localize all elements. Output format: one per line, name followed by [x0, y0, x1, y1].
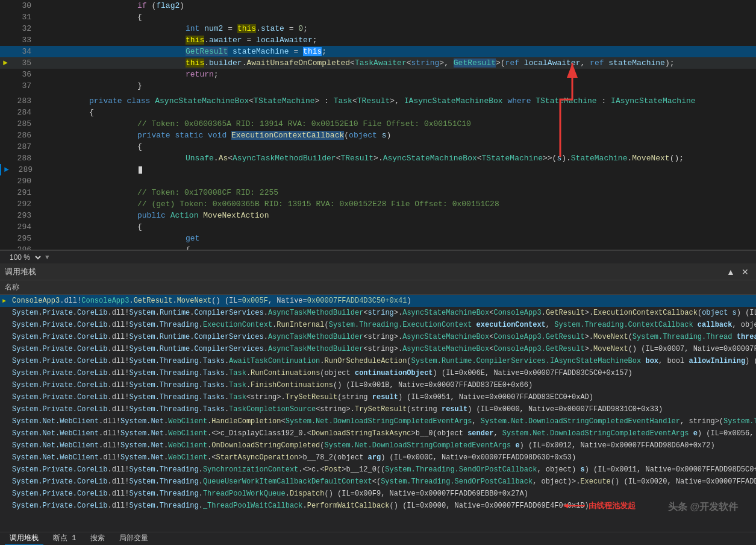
- line-content-289: [37, 165, 756, 174]
- callstack-item-8[interactable]: System.Private.CoreLib.dll!System.Thread…: [0, 379, 756, 391]
- line-num-35: 35: [11, 58, 36, 68]
- panel-title: 调用堆栈: [5, 266, 36, 277]
- bottom-tab-search[interactable]: 搜索: [86, 532, 110, 545]
- line-content-296: {: [36, 245, 756, 250]
- callstack-item-16[interactable]: System.Private.CoreLib.dll!System.Thread…: [0, 476, 756, 488]
- line-num-296: 296: [11, 245, 36, 250]
- line-content-285: // Token: 0x0600365A RID: 13914 RVA: 0x0…: [36, 119, 756, 128]
- callstack-item-3[interactable]: System.Private.CoreLib.dll!System.Thread…: [0, 319, 756, 331]
- code-line-288: 288 Unsafe.As<AsyncTaskMethodBuilder<TRe…: [0, 153, 756, 164]
- line-content-37: }: [36, 81, 756, 90]
- code-line-291: 291 // Token: 0x170008CF RID: 2255: [0, 187, 756, 198]
- svg-marker-2: [563, 503, 568, 508]
- line-num-33: 33: [11, 36, 36, 45]
- callstack-item-12[interactable]: System.Net.WebClient.dll!System.Net.WebC…: [0, 427, 756, 439]
- code-line-287: 287 {: [0, 141, 756, 153]
- bottom-tab-locals[interactable]: 局部变量: [114, 532, 153, 545]
- code-line-284: 284 {: [0, 107, 756, 118]
- panel-close-btn[interactable]: ✕: [739, 266, 751, 278]
- scrollbar-row: 100 % 75 % 125 % ▼: [0, 250, 756, 263]
- bottom-tabs: 调用堆栈 断点 1 搜索 局部变量: [0, 532, 756, 545]
- code-line-292: 292 // (get) Token: 0x0600365B RID: 1391…: [0, 198, 756, 210]
- code-line-295: 295 get: [0, 233, 756, 244]
- line-content-30: if (flag2): [36, 1, 756, 10]
- line-num-30: 30: [11, 1, 36, 10]
- zoom-select[interactable]: 100 % 75 % 125 %: [5, 252, 43, 263]
- code-line-36: 36 return;: [0, 69, 756, 80]
- code-line-35: ► 35 this.builder.AwaitUnsafeOnCompleted…: [0, 57, 756, 69]
- callstack-item-6[interactable]: System.Private.CoreLib.dll!System.Thread…: [0, 355, 756, 367]
- code-line-289: ► 289: [0, 164, 756, 175]
- line-num-286: 286: [11, 131, 36, 140]
- line-num-36: 36: [11, 70, 36, 79]
- line-arrow-289: ►: [1, 165, 12, 174]
- line-num-295: 295: [11, 234, 36, 243]
- line-content-35: this.builder.AwaitUnsafeOnCompleted<Task…: [36, 58, 756, 68]
- code-lines: 30 if (flag2) 31 { 32 int num2 = this.st…: [0, 0, 756, 250]
- line-num-284: 284: [11, 108, 36, 117]
- callstack-item-1-text: ConsoleApp3: [12, 297, 60, 305]
- line-content-32: int num2 = this.state = 0;: [36, 24, 756, 33]
- column-name-label: 名称: [5, 282, 19, 292]
- callstack-item-15[interactable]: System.Private.CoreLib.dll!System.Thread…: [0, 464, 756, 476]
- call-stack-panel: 调用堆栈 ▲ ✕ 名称 ► ConsoleApp3.dll!ConsoleApp…: [0, 263, 756, 532]
- callstack-item-13[interactable]: System.Net.WebClient.dll!System.Net.WebC…: [0, 439, 756, 452]
- line-num-294: 294: [11, 222, 36, 232]
- line-num-34: 34: [11, 47, 36, 56]
- bottom-tab-callstack[interactable]: 调用堆栈: [5, 532, 43, 545]
- line-content-36: return;: [36, 70, 756, 79]
- app-container: 30 if (flag2) 31 { 32 int num2 = this.st…: [0, 0, 756, 545]
- line-num-31: 31: [11, 13, 36, 22]
- callstack-item-10[interactable]: System.Private.CoreLib.dll!System.Thread…: [0, 403, 756, 415]
- callstack-item-11[interactable]: System.Net.WebClient.dll!System.Net.WebC…: [0, 415, 756, 427]
- callstack-item-18[interactable]: System.Private.CoreLib.dll!System.Thread…: [0, 500, 756, 512]
- code-line-33: 33 this.awaiter = localAwaiter;: [0, 34, 756, 46]
- panel-header: 调用堆栈 ▲ ✕: [0, 263, 756, 280]
- line-num-292: 292: [11, 200, 36, 209]
- code-line-37: 37 }: [0, 80, 756, 92]
- callstack-item-2[interactable]: System.Private.CoreLib.dll!System.Runtim…: [0, 307, 756, 319]
- line-num-283: 283: [11, 96, 36, 106]
- line-content-288: Unsafe.As<AsyncTaskMethodBuilder<TResult…: [36, 154, 756, 163]
- code-line-34: 34 GetResult stateMachine = this;: [0, 46, 756, 57]
- callstack-item-7[interactable]: System.Private.CoreLib.dll!System.Thread…: [0, 367, 756, 379]
- line-content-287: {: [36, 142, 756, 151]
- line-num-291: 291: [11, 188, 36, 197]
- callstack-item-2-text: System.Private.CoreLib.dll!System.Runtim…: [12, 309, 756, 317]
- line-content-292: // (get) Token: 0x0600365B RID: 13915 RV…: [36, 200, 756, 209]
- line-num-293: 293: [11, 211, 36, 220]
- line-content-294: {: [36, 222, 756, 232]
- scroll-indicator: ▼: [43, 254, 49, 261]
- code-line-285: 285 // Token: 0x0600365A RID: 13914 RVA:…: [0, 118, 756, 130]
- panel-toggle-btn[interactable]: ▲: [725, 266, 737, 278]
- watermark: 头条 @开发软件: [668, 501, 738, 514]
- line-content-34: GetResult stateMachine = this;: [36, 47, 756, 56]
- line-num-285: 285: [11, 119, 36, 128]
- line-content-31: {: [36, 13, 756, 22]
- current-frame-arrow: ►: [2, 298, 6, 304]
- callstack-item-1[interactable]: ► ConsoleApp3.dll!ConsoleApp3.GetResult.…: [0, 295, 756, 307]
- line-arrow-35: ►: [0, 58, 11, 68]
- callstack-item-14[interactable]: System.Net.WebClient.dll!System.Net.WebC…: [0, 452, 756, 464]
- line-content-291: // Token: 0x170008CF RID: 2255: [36, 188, 756, 197]
- line-num-37: 37: [11, 81, 36, 90]
- line-content-286: private static void ExecutionContextCall…: [36, 131, 756, 140]
- call-stack-list[interactable]: ► ConsoleApp3.dll!ConsoleApp3.GetResult.…: [0, 295, 756, 532]
- code-line-290: 290: [0, 175, 756, 187]
- panel-controls: ▲ ✕: [725, 266, 751, 278]
- callstack-item-9[interactable]: System.Private.CoreLib.dll!System.Thread…: [0, 391, 756, 403]
- annotation-arrow-icon: [563, 500, 585, 511]
- callstack-item-5[interactable]: System.Private.CoreLib.dll!System.Runtim…: [0, 343, 756, 355]
- callstack-item-4[interactable]: System.Private.CoreLib.dll!System.Runtim…: [0, 331, 756, 343]
- code-line-30: 30 if (flag2): [0, 0, 756, 11]
- line-content-33: this.awaiter = localAwaiter;: [36, 36, 756, 45]
- line-num-290: 290: [11, 177, 36, 186]
- line-num-288: 288: [11, 154, 36, 163]
- panel-header-left: 调用堆栈: [5, 266, 36, 277]
- line-content-283: private class AsyncStateMachineBox<TStat…: [36, 96, 756, 106]
- callstack-item-17[interactable]: System.Private.CoreLib.dll!System.Thread…: [0, 488, 756, 500]
- code-line-293: 293 public Action MoveNextAction: [0, 210, 756, 221]
- bottom-tab-breakpoints[interactable]: 断点 1: [48, 532, 81, 545]
- line-num-287: 287: [11, 142, 36, 151]
- code-line-294: 294 {: [0, 221, 756, 233]
